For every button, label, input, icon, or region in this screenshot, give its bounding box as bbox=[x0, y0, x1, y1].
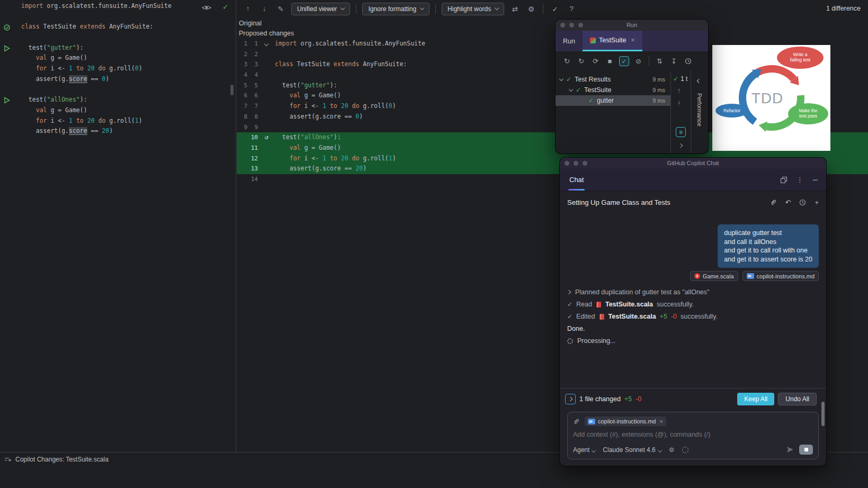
performance-strip[interactable]: Performance bbox=[691, 71, 708, 153]
editor-code-line: val g = Game() bbox=[21, 105, 172, 116]
minimize-panel-icon[interactable]: ─ bbox=[813, 176, 818, 184]
run-window-titlebar[interactable]: Run bbox=[556, 20, 708, 31]
highlight-words-dropdown[interactable]: Highlight words bbox=[442, 3, 504, 15]
performance-tab-label[interactable]: Performance bbox=[696, 93, 703, 126]
run-window-body: ✓ Test Results 9 ms ✓ TestSuite 9 ms ✓ g… bbox=[556, 71, 708, 153]
editor-code-line: for i <- 1 to 20 do g.roll(1) bbox=[21, 116, 172, 126]
toolbar-separator bbox=[649, 57, 649, 66]
test-duration: 9 ms bbox=[652, 97, 665, 104]
window-traffic-lights bbox=[560, 23, 583, 28]
history-icon[interactable] bbox=[799, 199, 806, 206]
planned-step-row[interactable]: Planned duplication of gutter test as "a… bbox=[567, 288, 819, 296]
run-test-allones-icon[interactable] bbox=[4, 97, 10, 104]
new-chat-icon[interactable]: + bbox=[815, 198, 819, 206]
accept-changes-icon[interactable]: ✓ bbox=[549, 5, 561, 13]
undo-icon[interactable]: ↶ bbox=[785, 198, 791, 206]
editor-code-line: assert(g.score == 20) bbox=[21, 126, 172, 137]
toggle-auto-test-icon[interactable]: ⟳ bbox=[588, 57, 603, 65]
zoom-window-icon[interactable] bbox=[583, 161, 587, 166]
expand-changes-button[interactable] bbox=[565, 394, 576, 404]
filter-icon[interactable]: ≡ bbox=[676, 127, 686, 137]
import-test-results-icon[interactable]: ↧ bbox=[667, 57, 681, 65]
keep-all-button[interactable]: Keep All bbox=[737, 393, 774, 405]
eye-icon[interactable] bbox=[202, 4, 211, 11]
read-step-row: ✓ Read TestSuite.scala successfully. bbox=[567, 301, 819, 308]
run-class-gutter-icon[interactable] bbox=[4, 24, 10, 31]
swap-sides-icon[interactable]: ⇄ bbox=[509, 5, 521, 13]
expand-panel-icon[interactable] bbox=[678, 143, 683, 148]
chevron-down-icon[interactable] bbox=[559, 76, 563, 80]
agent-mode-dropdown[interactable]: Agent bbox=[573, 446, 595, 454]
input-attachment-chip[interactable]: M↓ copilot-instructions.md × bbox=[585, 417, 666, 426]
settings-gear-icon[interactable]: ⚙ bbox=[525, 5, 537, 13]
close-tab-icon[interactable]: × bbox=[631, 37, 634, 44]
tdd-label-make-test-pass: Make thetest pass bbox=[799, 108, 818, 119]
open-in-editor-icon[interactable] bbox=[781, 177, 787, 183]
read-file-name[interactable]: TestSuite.scala bbox=[605, 301, 653, 308]
sort-tests-icon[interactable]: ⇅ bbox=[652, 57, 667, 65]
test-results-tree: ✓ Test Results 9 ms ✓ TestSuite 9 ms ✓ g… bbox=[556, 71, 671, 153]
previous-difference-icon[interactable]: ↑ bbox=[242, 5, 254, 13]
tab-run[interactable]: Run bbox=[556, 31, 583, 51]
edited-suffix: successfully. bbox=[681, 313, 718, 320]
model-dropdown[interactable]: Claude Sonnet 4.6 bbox=[603, 446, 661, 454]
attachment-chip-copilot-instructions[interactable]: M↓ copilot-instructions.md bbox=[742, 271, 819, 281]
attach-icon[interactable] bbox=[770, 199, 777, 206]
source-editor-panel[interactable]: import org.scalatest.funsuite.AnyFunSuit… bbox=[0, 0, 236, 452]
viewer-mode-label: Unified viewer bbox=[297, 5, 337, 13]
undo-all-button[interactable]: Undo All bbox=[778, 393, 817, 405]
editor-scrollbar[interactable] bbox=[230, 85, 234, 95]
minimize-window-icon[interactable] bbox=[574, 161, 578, 166]
tools-icon[interactable]: ⚙ bbox=[669, 446, 675, 454]
tree-row-test-results[interactable]: ✓ Test Results 9 ms bbox=[556, 74, 670, 85]
edited-file-name[interactable]: TestSuite.scala bbox=[609, 313, 656, 320]
ignore-formatting-dropdown[interactable]: Ignore formatting bbox=[362, 3, 429, 15]
send-icon[interactable] bbox=[786, 446, 794, 453]
close-window-icon[interactable] bbox=[565, 161, 569, 166]
tree-row-gutter[interactable]: ✓ gutter 9 ms bbox=[556, 95, 670, 106]
rerun-failed-icon[interactable]: ↻ bbox=[574, 57, 588, 65]
chat-input-placeholder[interactable]: Add context (#), extensions (@), command… bbox=[573, 431, 813, 438]
chat-input-box[interactable]: M↓ copilot-instructions.md × Add context… bbox=[567, 412, 819, 459]
send-controls bbox=[786, 445, 813, 455]
copilot-changes-status[interactable]: Copilot Changes: TestSuite.scala bbox=[4, 456, 109, 463]
stop-icon[interactable]: ■ bbox=[603, 57, 617, 65]
kebab-menu-icon[interactable]: ⋮ bbox=[797, 176, 803, 184]
editor-code-line: class TestSuite extends AnyFunSuite: bbox=[21, 22, 172, 32]
toolbar-separator bbox=[435, 4, 436, 14]
tree-label: Test Results bbox=[575, 76, 611, 83]
close-window-icon[interactable] bbox=[560, 23, 565, 28]
session-header: Setting Up Game Class and Tests ↶ + bbox=[567, 198, 819, 206]
chat-window-titlebar[interactable]: GitHub Copilot Chat bbox=[560, 158, 826, 169]
chevron-right-icon[interactable] bbox=[567, 290, 571, 294]
tree-row-testsuite[interactable]: ✓ TestSuite 9 ms bbox=[556, 85, 670, 95]
message-attachments: S Game.scala M↓ copilot-instructions.md bbox=[690, 271, 819, 281]
usage-circle-icon[interactable] bbox=[682, 447, 688, 453]
next-difference-icon[interactable]: ↓ bbox=[258, 5, 270, 13]
run-test-gutter-icon[interactable] bbox=[4, 45, 10, 52]
show-ignored-toggle[interactable]: ⊘ bbox=[631, 57, 646, 65]
show-passed-toggle[interactable]: ✓ bbox=[619, 56, 629, 66]
collapse-strip-icon[interactable] bbox=[697, 79, 701, 83]
attachment-chip-game-scala[interactable]: S Game.scala bbox=[690, 271, 738, 281]
viewer-mode-dropdown[interactable]: Unified viewer bbox=[291, 3, 350, 15]
help-icon[interactable]: ? bbox=[566, 5, 577, 13]
remove-attachment-icon[interactable]: × bbox=[659, 418, 663, 424]
chat-scrollbar[interactable] bbox=[821, 402, 825, 426]
paperclip-icon[interactable] bbox=[573, 418, 580, 425]
chevron-down-icon[interactable] bbox=[569, 87, 573, 91]
previous-occurrence-icon[interactable]: ↑ bbox=[677, 87, 681, 94]
revert-change-icon[interactable]: ↺ bbox=[258, 132, 275, 143]
tab-testsuite[interactable]: TestSuite × bbox=[583, 31, 642, 51]
edit-icon[interactable]: ✎ bbox=[275, 5, 287, 13]
tab-testsuite-label: TestSuite bbox=[599, 37, 626, 44]
rerun-tests-icon[interactable]: ↻ bbox=[560, 57, 574, 65]
test-history-icon[interactable] bbox=[685, 58, 692, 65]
tab-chat[interactable]: Chat bbox=[568, 169, 585, 191]
status-text: Copilot Changes: TestSuite.scala bbox=[15, 456, 109, 463]
zoom-window-icon[interactable] bbox=[578, 23, 583, 28]
minimize-window-icon[interactable] bbox=[569, 23, 574, 28]
run-window-title: Run bbox=[627, 22, 637, 28]
next-occurrence-icon[interactable]: ↓ bbox=[677, 98, 681, 106]
stop-generating-button[interactable] bbox=[799, 445, 813, 455]
